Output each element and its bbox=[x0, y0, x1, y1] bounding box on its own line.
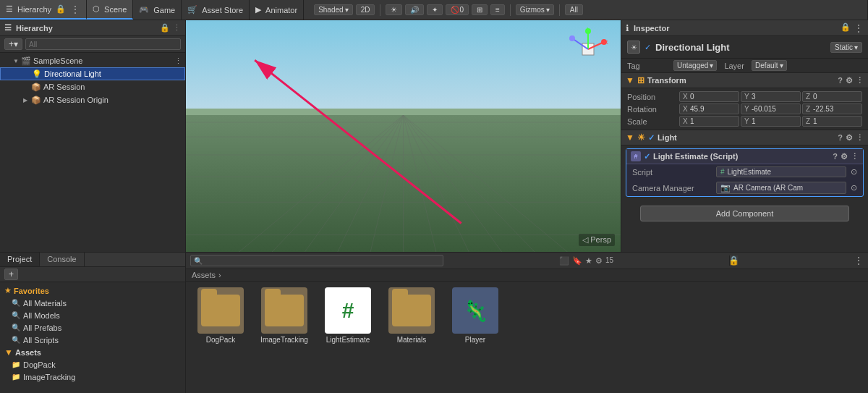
lightestimate-asset-label: LightEstimate bbox=[326, 336, 370, 344]
hierarchy-tab[interactable]: ☰ Hierarchy 🔒 ⋮ bbox=[0, 0, 87, 20]
light-active-checkbox[interactable]: ✓ bbox=[648, 133, 655, 143]
effects-toggle[interactable]: ✦ bbox=[427, 4, 443, 15]
svg-line-10 bbox=[316, 115, 403, 252]
tag-label: Tag bbox=[627, 62, 671, 70]
assets-filter-icon[interactable]: ⬛ bbox=[559, 256, 569, 266]
light-arrow[interactable]: ▼ bbox=[626, 132, 634, 143]
audio-toggle[interactable]: 🔊 bbox=[405, 4, 424, 15]
asset-materials[interactable]: Materials bbox=[383, 287, 441, 387]
le-active-checkbox[interactable]: ✓ bbox=[644, 152, 650, 161]
tree-item-ar-session-origin[interactable]: ▶ 📦 AR Session Origin bbox=[0, 93, 185, 106]
main-area: ☰ Hierarchy 🔒 ⋮ +▾ ▼ 🎬 SampleScene ⋮ bbox=[0, 20, 868, 252]
inspector-lock-icon[interactable]: 🔒 bbox=[841, 22, 851, 34]
all-materials-item[interactable]: 🔍 All Materials bbox=[0, 297, 185, 309]
pos-x-field[interactable]: X 0 bbox=[679, 91, 739, 102]
scene-visibility[interactable]: ⊞ bbox=[472, 4, 488, 15]
hierarchy-search-input[interactable] bbox=[25, 38, 181, 50]
camera-target-button[interactable]: ⊙ bbox=[851, 183, 857, 193]
le-menu-icon[interactable]: ⋮ bbox=[851, 152, 859, 161]
console-tab[interactable]: Console bbox=[40, 253, 84, 266]
rot-z-field[interactable]: Z -22.53 bbox=[802, 103, 862, 114]
light-menu-icon[interactable]: ⋮ bbox=[856, 133, 864, 143]
all-button[interactable]: All bbox=[565, 4, 583, 15]
hierarchy-icon: ☰ bbox=[6, 4, 13, 14]
layer-dropdown[interactable]: Default ▾ bbox=[752, 60, 787, 71]
shading-dropdown[interactable]: Shaded ▾ bbox=[314, 4, 352, 15]
assets-bookmark-icon[interactable]: 🔖 bbox=[572, 256, 582, 266]
active-checkbox[interactable]: ✓ bbox=[644, 43, 651, 52]
gizmos-dropdown[interactable]: Gizmos ▾ bbox=[516, 4, 554, 15]
favorites-section[interactable]: ★ Favorites bbox=[0, 284, 185, 297]
transform-arrow[interactable]: ▼ bbox=[626, 75, 634, 85]
script-target-button[interactable]: ⊙ bbox=[851, 167, 857, 177]
asset-player[interactable]: 🦎 Player bbox=[446, 287, 504, 387]
scene-filter[interactable]: ≡ bbox=[490, 4, 505, 15]
light-toggle[interactable]: ☀ bbox=[386, 4, 402, 15]
pos-z-field[interactable]: Z 0 bbox=[802, 91, 862, 102]
samplescene-menu[interactable]: ⋮ bbox=[174, 56, 182, 66]
assets-section[interactable]: ▼ Assets bbox=[0, 346, 185, 358]
light-settings-icon[interactable]: ⚙ bbox=[846, 133, 853, 143]
le-settings-icon[interactable]: ⚙ bbox=[841, 152, 848, 161]
assets-lock-icon[interactable]: 🔒 bbox=[729, 255, 738, 266]
folder-icon1: 📁 bbox=[12, 360, 20, 368]
player-image: 🦎 bbox=[463, 299, 488, 323]
hide-toggle[interactable]: 🚫0 bbox=[446, 4, 469, 15]
scene-tab[interactable]: ⬡ Scene bbox=[87, 0, 133, 20]
menu-dots[interactable]: ⋮ bbox=[70, 4, 80, 15]
2d-button[interactable]: 2D bbox=[356, 4, 375, 15]
rot-y-field[interactable]: Y -60.015 bbox=[741, 103, 801, 114]
directional-light-label: Directional Light bbox=[44, 69, 101, 78]
dogpack-asset-label: DogPack bbox=[206, 336, 236, 344]
light-help-icon[interactable]: ? bbox=[838, 133, 843, 143]
transform-help-icon[interactable]: ? bbox=[838, 76, 843, 85]
static-button[interactable]: Static ▾ bbox=[830, 42, 862, 53]
scale-y-field[interactable]: Y 1 bbox=[741, 116, 801, 127]
scene-view[interactable]: X Y ◁ Persp bbox=[186, 20, 621, 252]
tree-item-directional-light[interactable]: 💡 Directional Light bbox=[0, 67, 185, 80]
project-tab[interactable]: Project bbox=[0, 253, 40, 266]
animator-icon: ▶ bbox=[255, 5, 261, 14]
transform-settings-icon[interactable]: ⚙ bbox=[846, 76, 853, 85]
project-add-button[interactable]: + bbox=[4, 269, 18, 280]
imagetracking-item[interactable]: 📁 ImageTracking bbox=[0, 371, 185, 383]
inspector-panel: ℹ Inspector 🔒 ⋮ ☀ ✓ Directional Light St… bbox=[621, 20, 868, 252]
asset-dogpack[interactable]: DogPack bbox=[192, 287, 250, 387]
gamepad-icon: 🎮 bbox=[139, 5, 149, 14]
pos-y-field[interactable]: Y 3 bbox=[741, 91, 801, 102]
inspector-menu-icon[interactable]: ⋮ bbox=[854, 22, 864, 34]
imagetracking-thumb bbox=[261, 287, 307, 334]
tree-item-samplescene[interactable]: ▼ 🎬 SampleScene ⋮ bbox=[0, 54, 185, 67]
assets-menu-icon[interactable]: ⋮ bbox=[854, 255, 864, 266]
animator-tab-label: Animator bbox=[265, 6, 297, 14]
all-scripts-item[interactable]: 🔍 All Scripts bbox=[0, 334, 185, 346]
hierarchy-panel-icon: ☰ bbox=[4, 23, 12, 33]
hierarchy-add-button[interactable]: +▾ bbox=[4, 38, 22, 50]
all-models-item[interactable]: 🔍 All Models bbox=[0, 309, 185, 321]
assets-star-icon[interactable]: ★ bbox=[585, 256, 592, 266]
tree-item-ar-session[interactable]: 📦 AR Session bbox=[0, 80, 185, 93]
assets-search-input[interactable] bbox=[190, 255, 443, 266]
rot-x-field[interactable]: X 45.9 bbox=[679, 103, 739, 114]
add-component-button[interactable]: Add Component bbox=[640, 206, 850, 221]
hierarchy-lock-icon[interactable]: 🔒 bbox=[160, 23, 170, 33]
top-bar: ☰ Hierarchy 🔒 ⋮ ⬡ Scene 🎮 Game 🛒 Asset S… bbox=[0, 0, 868, 20]
camera-manager-label: Camera Manager bbox=[632, 184, 712, 193]
le-help-icon[interactable]: ? bbox=[833, 152, 838, 161]
player-thumb: 🦎 bbox=[452, 287, 498, 334]
game-tab[interactable]: 🎮 Game bbox=[133, 0, 182, 20]
animator-tab[interactable]: ▶ Animator bbox=[250, 0, 304, 20]
transform-title: Transform bbox=[647, 76, 835, 85]
tag-dropdown[interactable]: Untagged ▾ bbox=[673, 60, 717, 71]
scale-z-field[interactable]: Z 1 bbox=[802, 116, 862, 127]
transform-menu-icon[interactable]: ⋮ bbox=[856, 76, 864, 85]
asset-lightestimate[interactable]: # LightEstimate bbox=[319, 287, 377, 387]
asset-store-tab[interactable]: 🛒 Asset Store bbox=[182, 0, 250, 20]
scale-x-field[interactable]: X 1 bbox=[679, 116, 739, 127]
all-prefabs-item[interactable]: 🔍 All Prefabs bbox=[0, 321, 185, 334]
player-asset-label: Player bbox=[465, 336, 485, 344]
scene-gizmo: X Y bbox=[566, 28, 610, 71]
hierarchy-menu-icon[interactable]: ⋮ bbox=[173, 23, 181, 33]
asset-imagetracking[interactable]: ImageTracking bbox=[255, 287, 313, 387]
dogpack-item[interactable]: 📁 DogPack bbox=[0, 358, 185, 371]
